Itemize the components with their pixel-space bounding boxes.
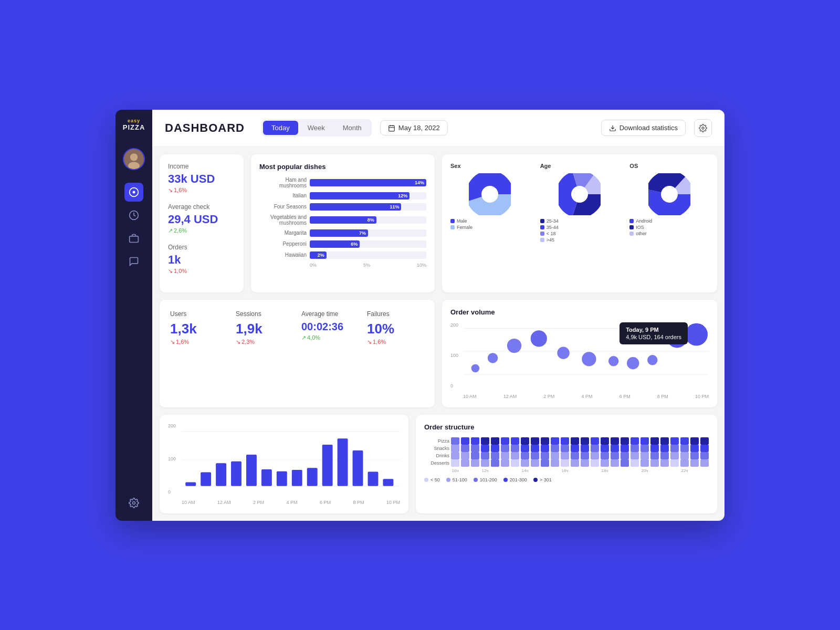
- svg-point-13: [702, 127, 704, 129]
- heatmap-cell: [670, 459, 679, 467]
- svg-rect-44: [201, 472, 211, 486]
- heatmap-row-label: Desserts: [424, 460, 449, 466]
- heatmap-cell: [700, 452, 709, 459]
- heatmap-axis-label: [631, 468, 639, 473]
- calendar-icon: [388, 124, 395, 132]
- settings-button[interactable]: [694, 119, 712, 137]
- bar-fill: 14%: [310, 179, 426, 186]
- heatmap-axis-label: 18ч: [601, 468, 609, 473]
- heatmap-cell: [481, 437, 489, 445]
- user-stats-card: Users 1,3k ↘ 1,6% Sessions 1,9k ↘ 2,3% A…: [160, 300, 435, 407]
- svg-point-16: [481, 186, 498, 203]
- os-other: other: [629, 231, 652, 236]
- scatter-x-4pm: 4 PM: [581, 394, 592, 399]
- bar-pct: 2%: [318, 253, 324, 258]
- svg-point-36: [627, 356, 639, 369]
- bar-label: Hawaiian: [259, 252, 307, 258]
- tab-week[interactable]: Week: [299, 121, 333, 135]
- orders-change-arrow: ↘: [168, 268, 173, 275]
- sidebar-item-chat[interactable]: [124, 252, 143, 271]
- bar-x-10pm: 10 PM: [386, 500, 400, 505]
- logo-easy: easy: [128, 118, 140, 123]
- age-dot-45: [540, 238, 544, 242]
- bar-row: Vegetables and mushrooms8%: [259, 214, 426, 226]
- download-statistics-button[interactable]: Download statistics: [601, 120, 686, 136]
- bottom-row: 200 100 0: [160, 415, 717, 513]
- date-badge[interactable]: May 18, 2022: [380, 120, 448, 135]
- heatmap-cell: [640, 452, 649, 459]
- heatmap-cell: [461, 445, 469, 452]
- heatmap-cell: [700, 437, 709, 445]
- heatmap-cell: [531, 437, 539, 445]
- age-under-18: < 18: [540, 231, 559, 236]
- bar-pct: 11%: [390, 204, 399, 209]
- date-label: May 18, 2022: [398, 124, 440, 132]
- heatmap-cell: [640, 437, 649, 445]
- header: DASHBOARD Today Week Month May 18, 2022 …: [152, 110, 724, 147]
- heatmap-dot-301: [533, 478, 538, 482]
- svg-point-1: [130, 153, 138, 161]
- svg-rect-50: [292, 469, 302, 486]
- download-label: Download statistics: [620, 124, 678, 132]
- bar-pct: 6%: [351, 242, 358, 247]
- heatmap-cell: [670, 452, 679, 459]
- logo-area: easy PIZZA: [123, 118, 145, 131]
- bar-label: Vegetables and mushrooms: [259, 214, 307, 226]
- failures-stat: Failures 10% ↘ 1,6%: [367, 310, 424, 345]
- heatmap-cell: [690, 459, 699, 467]
- svg-rect-48: [261, 469, 272, 486]
- os-pie-chart: [648, 173, 690, 215]
- sidebar-item-dashboard[interactable]: [124, 183, 143, 202]
- users-value: 1,3k: [170, 321, 227, 337]
- sidebar-item-briefcase[interactable]: [124, 229, 143, 248]
- avatar[interactable]: [123, 148, 145, 170]
- male-label: Male: [457, 218, 467, 224]
- bar-fill: 11%: [310, 203, 401, 211]
- bar-svg: [182, 423, 400, 497]
- sex-legend-male: Male: [450, 218, 472, 224]
- bar-row: Ham and mushrooms14%: [259, 177, 426, 188]
- heatmap-axis-label: 12ч: [481, 468, 489, 473]
- tab-today[interactable]: Today: [263, 121, 298, 135]
- y-200: 200: [450, 322, 458, 328]
- bar-row: Four Seasons11%: [259, 203, 426, 211]
- heatmap-cell: [660, 437, 669, 445]
- income-metric: Income 33k USD ↘ 1,6%: [168, 163, 235, 194]
- heatmap-cell: [591, 459, 599, 467]
- heatmap-cell: [591, 445, 599, 452]
- svg-point-34: [582, 352, 596, 366]
- tab-month[interactable]: Month: [334, 121, 370, 135]
- page-title: DASHBOARD: [165, 121, 245, 135]
- sidebar-item-clock[interactable]: [124, 206, 143, 225]
- heatmap-cell: [561, 437, 569, 445]
- metrics-card: Income 33k USD ↘ 1,6% Average check 29,4…: [160, 154, 244, 292]
- heatmap-label-100: 51-100: [453, 477, 467, 482]
- svg-point-21: [571, 186, 588, 203]
- heatmap-cell: [621, 437, 629, 445]
- gear-icon: [699, 124, 707, 132]
- heatmap-cell: [700, 445, 709, 452]
- heatmap-cell: [451, 437, 459, 445]
- svg-point-30: [488, 353, 498, 363]
- svg-point-35: [608, 356, 619, 366]
- svg-rect-54: [353, 450, 363, 486]
- heatmap-axis-label: [690, 468, 699, 473]
- heatmap-cell: [601, 459, 609, 467]
- sex-title: Sex: [450, 163, 461, 169]
- bars-container: Ham and mushrooms14%Italian12%Four Seaso…: [259, 177, 426, 259]
- heatmap-axis-label: [541, 468, 549, 473]
- heatmap-cell: [690, 452, 699, 459]
- heatmap-axis-label: [611, 468, 619, 473]
- heatmap-cell: [511, 445, 519, 452]
- heatmap-cell: [561, 445, 569, 452]
- svg-point-32: [531, 330, 547, 346]
- sex-pie-chart: [469, 173, 511, 215]
- avatar-image: [124, 149, 144, 169]
- os-ios: IOS: [629, 225, 652, 230]
- svg-rect-49: [277, 471, 287, 486]
- heatmap-x-axis: 10ч12ч14ч16ч18ч20ч22ч: [424, 468, 709, 473]
- bar-fill: 2%: [310, 251, 327, 259]
- sidebar-item-settings[interactable]: [124, 494, 143, 512]
- heatmap-cell: [531, 452, 539, 459]
- heatmap-cell: [541, 452, 549, 459]
